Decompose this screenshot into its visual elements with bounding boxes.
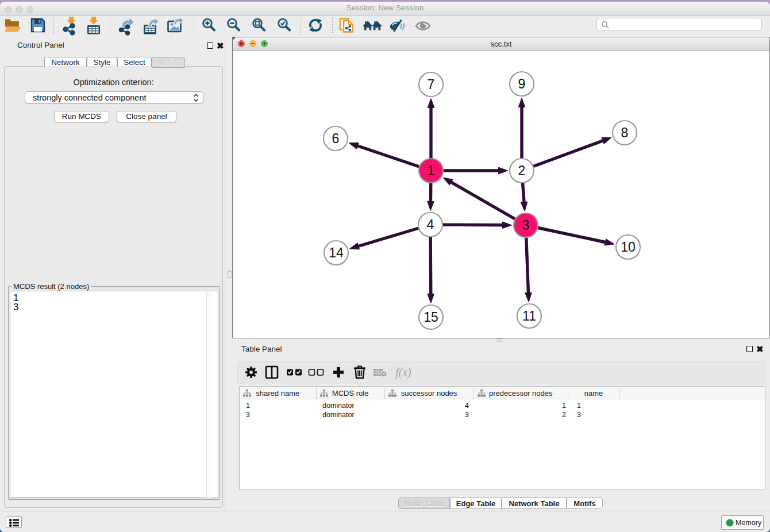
svg-text:7: 7 — [428, 77, 435, 92]
svg-text:8: 8 — [621, 125, 629, 140]
svg-text:14: 14 — [329, 245, 344, 260]
svg-text:1: 1 — [428, 163, 435, 178]
svg-text:4: 4 — [427, 217, 434, 232]
svg-text:10: 10 — [621, 240, 636, 255]
svg-text:3: 3 — [522, 218, 530, 233]
svg-text:f(x): f(x) — [395, 366, 411, 379]
svg-text:2: 2 — [518, 163, 526, 178]
svg-text:11: 11 — [522, 309, 536, 323]
svg-text:15: 15 — [424, 310, 438, 325]
svg-text:9: 9 — [518, 76, 526, 91]
svg-text:6: 6 — [332, 131, 340, 146]
